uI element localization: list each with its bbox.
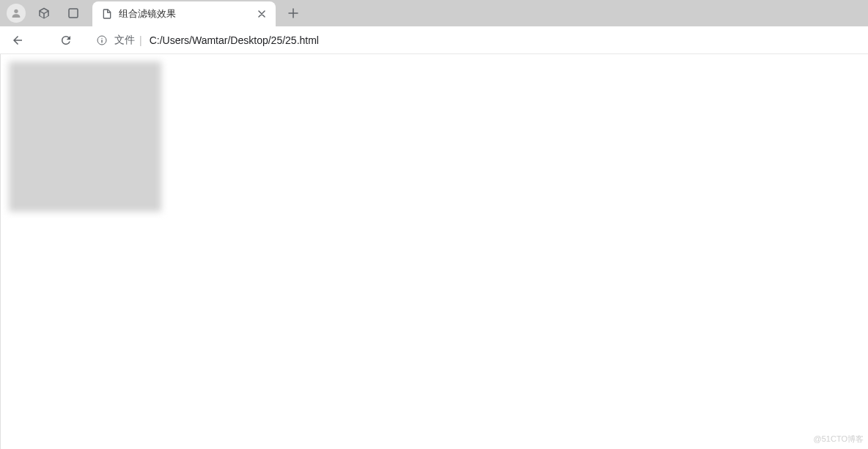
reload-icon bbox=[59, 34, 73, 47]
browser-tab[interactable]: 组合滤镜效果 bbox=[92, 1, 276, 26]
site-info-button[interactable] bbox=[95, 34, 108, 47]
plus-icon bbox=[288, 8, 298, 18]
page-border bbox=[0, 54, 1, 449]
tab-strip: 组合滤镜效果 bbox=[0, 0, 868, 26]
url-scheme-label: 文件 bbox=[114, 34, 135, 47]
watermark: @51CTO博客 bbox=[814, 434, 864, 445]
tab-close-button[interactable] bbox=[255, 7, 268, 21]
svg-rect-1 bbox=[69, 9, 78, 18]
workspaces-button[interactable] bbox=[34, 3, 54, 23]
url-path: C:/Users/Wamtar/Desktop/25/25.html bbox=[150, 34, 853, 46]
svg-point-0 bbox=[14, 10, 18, 13]
document-icon bbox=[101, 8, 113, 20]
reload-button[interactable] bbox=[54, 29, 78, 52]
url-separator: | bbox=[139, 34, 142, 46]
tab-title: 组合滤镜效果 bbox=[119, 7, 249, 21]
close-icon bbox=[258, 10, 265, 18]
filtered-image-box bbox=[9, 62, 161, 212]
page-content bbox=[0, 54, 868, 219]
svg-rect-4 bbox=[101, 40, 102, 42]
square-icon bbox=[67, 7, 80, 20]
svg-point-3 bbox=[101, 37, 102, 38]
cube-icon bbox=[37, 7, 51, 20]
profile-avatar bbox=[7, 4, 26, 23]
info-icon bbox=[96, 34, 108, 46]
tab-favicon bbox=[101, 8, 113, 20]
address-bar: 文件 | C:/Users/Wamtar/Desktop/25/25.html bbox=[0, 26, 868, 54]
tab-overview-button[interactable] bbox=[63, 3, 84, 23]
back-button[interactable] bbox=[6, 29, 29, 52]
person-icon bbox=[10, 7, 22, 19]
profile-button[interactable] bbox=[4, 1, 28, 25]
arrow-left-icon bbox=[11, 34, 24, 47]
url-input[interactable]: 文件 | C:/Users/Wamtar/Desktop/25/25.html bbox=[87, 29, 862, 51]
new-tab-button[interactable] bbox=[283, 3, 304, 23]
